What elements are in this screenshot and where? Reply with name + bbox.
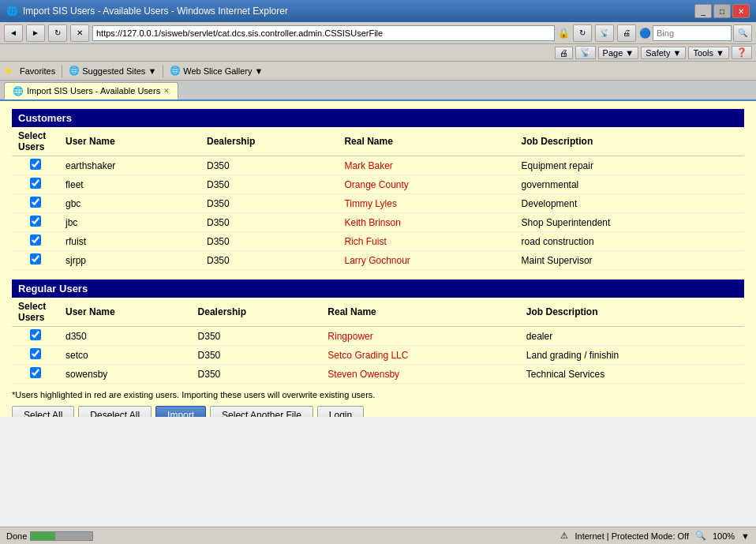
dealership-cell: D350 bbox=[192, 346, 322, 365]
row-checkbox[interactable] bbox=[30, 159, 41, 170]
col-realname-cust: Real Name bbox=[338, 127, 515, 156]
username-cell: rfuist bbox=[59, 232, 200, 251]
safety-btn[interactable]: Safety ▼ bbox=[641, 47, 686, 59]
slice-icon: 🌐 bbox=[170, 66, 181, 76]
select-all-button[interactable]: Select All bbox=[12, 406, 74, 417]
checkbox-cell[interactable] bbox=[12, 365, 59, 384]
dealership-cell: D350 bbox=[192, 327, 322, 346]
minimize-button[interactable]: _ bbox=[694, 4, 712, 18]
col-select-users-reg: Select Users bbox=[12, 298, 59, 327]
col-realname-reg: Real Name bbox=[321, 298, 519, 327]
realname-cell: Timmy Lyles bbox=[338, 194, 515, 213]
print-icon-btn[interactable]: 🖨 bbox=[555, 47, 573, 59]
search-input[interactable] bbox=[653, 25, 732, 41]
jobdesc-cell: Development bbox=[515, 194, 744, 213]
table-row: d350 D350 Ringpower dealer bbox=[12, 327, 744, 346]
table-row: fleet D350 Orange County governmental bbox=[12, 175, 744, 194]
checkbox-cell[interactable] bbox=[12, 175, 59, 194]
help-btn[interactable]: ❓ bbox=[732, 46, 752, 59]
regular-users-table: Select Users User Name Dealership Real N… bbox=[12, 298, 744, 384]
window-title: Import SIS Users - Available Users - Win… bbox=[23, 6, 288, 17]
checkbox-cell[interactable] bbox=[12, 251, 59, 270]
page-toolbar: 🖨 📡 Page ▼ Safety ▼ Tools ▼ ❓ bbox=[0, 44, 756, 62]
rss-toolbar-btn[interactable]: 📡 bbox=[575, 46, 596, 59]
status-bar: Done ⚠ Internet | Protected Mode: Off 🔍 … bbox=[0, 527, 756, 544]
status-text: Done bbox=[6, 531, 27, 541]
col-jobdesc-cust: Job Description bbox=[515, 127, 744, 156]
tab-close-button[interactable]: ✕ bbox=[163, 87, 170, 95]
checkbox-cell[interactable] bbox=[12, 327, 59, 346]
jobdesc-cell: Shop Superintendent bbox=[515, 213, 744, 232]
row-checkbox[interactable] bbox=[30, 253, 41, 264]
row-checkbox[interactable] bbox=[30, 348, 41, 359]
page-icon: 🌐 bbox=[69, 66, 80, 76]
back-button[interactable]: ◄ bbox=[4, 24, 23, 42]
username-cell: setco bbox=[59, 346, 192, 365]
print-btn[interactable]: 🖨 bbox=[617, 24, 636, 42]
row-checkbox[interactable] bbox=[30, 197, 41, 208]
rss-btn[interactable]: 📡 bbox=[595, 24, 614, 42]
checkbox-cell[interactable] bbox=[12, 213, 59, 232]
col-username-cust: User Name bbox=[59, 127, 200, 156]
refresh-button[interactable]: ↻ bbox=[48, 24, 67, 42]
username-cell: fleet bbox=[59, 175, 200, 194]
tools-btn[interactable]: Tools ▼ bbox=[688, 47, 729, 59]
row-checkbox[interactable] bbox=[30, 178, 41, 189]
row-checkbox[interactable] bbox=[30, 234, 41, 246]
maximize-button[interactable]: □ bbox=[713, 4, 731, 18]
web-slice-gallery-item[interactable]: 🌐 Web Slice Gallery ▼ bbox=[170, 66, 263, 76]
dealership-cell: D350 bbox=[200, 232, 338, 251]
col-username-reg: User Name bbox=[59, 298, 192, 327]
tab-favicon: 🌐 bbox=[13, 86, 24, 96]
username-cell: earthshaker bbox=[59, 156, 200, 175]
realname-cell: Larry Gochnour bbox=[338, 251, 515, 270]
page-btn[interactable]: Page ▼ bbox=[598, 47, 639, 59]
zoom-level: 100% bbox=[713, 531, 735, 541]
favorites-item[interactable]: Favorites bbox=[20, 66, 55, 76]
stop-button[interactable]: ✕ bbox=[70, 24, 89, 42]
table-row: sjrpp D350 Larry Gochnour Maint Supervis… bbox=[12, 251, 744, 270]
import-button[interactable]: Import bbox=[155, 406, 206, 417]
dealership-cell: D350 bbox=[200, 194, 338, 213]
row-checkbox[interactable] bbox=[30, 367, 41, 378]
checkbox-cell[interactable] bbox=[12, 194, 59, 213]
main-content[interactable]: Customers Select Users User Name Dealers… bbox=[0, 101, 756, 417]
table-row: earthshaker D350 Mark Baker Equipment re… bbox=[12, 156, 744, 175]
suggested-sites-item[interactable]: 🌐 Suggested Sites ▼ bbox=[69, 66, 156, 76]
select-another-file-button[interactable]: Select Another File bbox=[210, 406, 313, 417]
action-buttons: Select All Deselect All Import Select An… bbox=[12, 406, 744, 417]
address-input[interactable] bbox=[92, 25, 555, 41]
checkbox-cell[interactable] bbox=[12, 232, 59, 251]
progress-bar bbox=[30, 531, 93, 541]
tab-bar: 🌐 Import SIS Users - Available Users ✕ bbox=[0, 81, 756, 101]
table-row: setco D350 Setco Grading LLC Land gradin… bbox=[12, 346, 744, 365]
row-checkbox[interactable] bbox=[30, 329, 41, 340]
realname-cell: Orange County bbox=[338, 175, 515, 194]
table-row: jbc D350 Keith Brinson Shop Superintende… bbox=[12, 213, 744, 232]
ie-icon: 🌐 bbox=[6, 6, 18, 17]
title-bar: 🌐 Import SIS Users - Available Users - W… bbox=[0, 0, 756, 22]
realname-cell: Setco Grading LLC bbox=[321, 346, 519, 365]
close-button[interactable]: ✕ bbox=[732, 4, 750, 18]
table-row: sowensby D350 Steven Owensby Technical S… bbox=[12, 365, 744, 384]
login-button[interactable]: Login bbox=[317, 406, 364, 417]
row-checkbox[interactable] bbox=[30, 216, 41, 227]
col-jobdesc-reg: Job Description bbox=[520, 298, 744, 327]
username-cell: sjrpp bbox=[59, 251, 200, 270]
active-tab[interactable]: 🌐 Import SIS Users - Available Users ✕ bbox=[4, 82, 178, 99]
star-icon: ★ bbox=[4, 65, 13, 77]
lock-icon: 🔒 bbox=[558, 28, 570, 39]
username-cell: d350 bbox=[59, 327, 192, 346]
search-go-button[interactable]: 🔍 bbox=[733, 24, 752, 42]
checkbox-cell[interactable] bbox=[12, 346, 59, 365]
forward-button[interactable]: ► bbox=[26, 24, 45, 42]
zoom-dropdown-icon[interactable]: ▼ bbox=[741, 531, 750, 541]
deselect-all-button[interactable]: Deselect All bbox=[78, 406, 152, 417]
checkbox-cell[interactable] bbox=[12, 156, 59, 175]
jobdesc-cell: governmental bbox=[515, 175, 744, 194]
realname-cell: Steven Owensby bbox=[321, 365, 519, 384]
col-select-users-cust: Select Users bbox=[12, 127, 59, 156]
zone-status: Internet | Protected Mode: Off bbox=[574, 531, 689, 541]
username-cell: sowensby bbox=[59, 365, 192, 384]
refresh-btn2[interactable]: ↻ bbox=[573, 24, 592, 42]
